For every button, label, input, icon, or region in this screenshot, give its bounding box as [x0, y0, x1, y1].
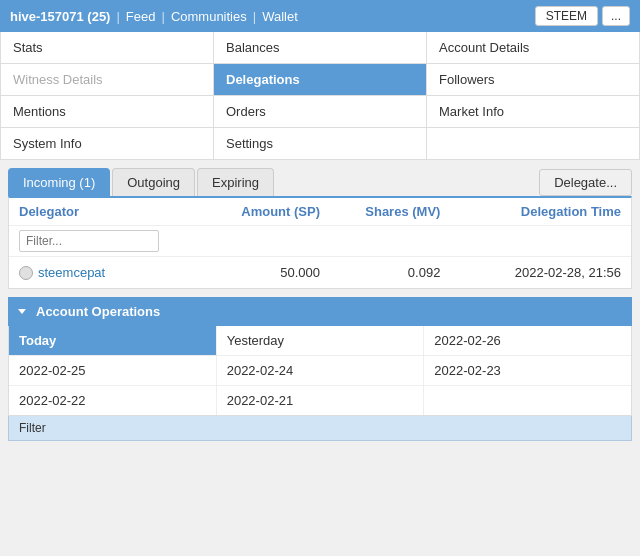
nav-cell-balances[interactable]: Balances: [214, 32, 427, 63]
top-bar: hive-157071 (25) | Feed | Communities | …: [0, 0, 640, 32]
col-header-shares: Shares (MV): [320, 204, 440, 219]
user-icon: [19, 266, 33, 280]
nav-cell-account-details[interactable]: Account Details: [427, 32, 639, 63]
sep1: |: [116, 9, 119, 24]
delegator-filter-input[interactable]: [19, 230, 159, 252]
ops-grid: TodayYesterday2022-02-262022-02-252022-0…: [8, 326, 632, 416]
ops-header: Account Operations: [8, 297, 632, 326]
cell-amount: 50.000: [200, 265, 320, 280]
ops-cell-2022-02-23[interactable]: 2022-02-23: [424, 356, 631, 385]
table-header-row: Delegator Amount (SP) Shares (MV) Delega…: [9, 198, 631, 226]
tabs-row: Incoming (1)OutgoingExpiringDelegate...: [0, 160, 640, 196]
nav-row: StatsBalancesAccount Details: [1, 32, 639, 64]
tab-expiring[interactable]: Expiring: [197, 168, 274, 196]
cell-time: 2022-02-28, 21:56: [440, 265, 621, 280]
delegations-section: Delegator Amount (SP) Shares (MV) Delega…: [8, 196, 632, 289]
ops-row: TodayYesterday2022-02-26: [9, 326, 631, 356]
wallet-link[interactable]: Wallet: [262, 9, 298, 24]
nav-menu: StatsBalancesAccount DetailsWitness Deta…: [0, 32, 640, 160]
tab-incoming--1-[interactable]: Incoming (1): [8, 168, 110, 196]
nav-cell-orders[interactable]: Orders: [214, 96, 427, 127]
cell-delegator[interactable]: steemcepat: [19, 265, 200, 280]
ops-cell-Today[interactable]: Today: [9, 326, 217, 355]
nav-cell-empty: [427, 128, 639, 159]
dots-button[interactable]: ...: [602, 6, 630, 26]
chevron-down-icon: [18, 309, 26, 314]
delegate-button[interactable]: Delegate...: [539, 169, 632, 196]
delegator-name[interactable]: steemcepat: [38, 265, 105, 280]
col-header-time: Delegation Time: [440, 204, 621, 219]
ops-cell-2022-02-26[interactable]: 2022-02-26: [424, 326, 631, 355]
communities-link[interactable]: Communities: [171, 9, 247, 24]
ops-cell-empty: [424, 386, 631, 415]
col-header-amount: Amount (SP): [200, 204, 320, 219]
bottom-bar: Filter: [8, 416, 632, 441]
ops-row: 2022-02-252022-02-242022-02-23: [9, 356, 631, 386]
ops-row: 2022-02-222022-02-21: [9, 386, 631, 415]
ops-cell-2022-02-21[interactable]: 2022-02-21: [217, 386, 425, 415]
nav-row: System InfoSettings: [1, 128, 639, 159]
nav-cell-stats[interactable]: Stats: [1, 32, 214, 63]
sep2: |: [161, 9, 164, 24]
account-title[interactable]: hive-157071 (25): [10, 9, 110, 24]
nav-cell-settings[interactable]: Settings: [214, 128, 427, 159]
nav-cell-witness-details[interactable]: Witness Details: [1, 64, 214, 95]
tab-outgoing[interactable]: Outgoing: [112, 168, 195, 196]
filter-row: [9, 226, 631, 257]
nav-cell-delegations[interactable]: Delegations: [214, 64, 427, 95]
top-bar-right: STEEM ...: [535, 6, 630, 26]
account-operations: Account Operations TodayYesterday2022-02…: [8, 297, 632, 416]
ops-cell-Yesterday[interactable]: Yesterday: [217, 326, 425, 355]
sep3: |: [253, 9, 256, 24]
ops-cell-2022-02-24[interactable]: 2022-02-24: [217, 356, 425, 385]
nav-cell-system-info[interactable]: System Info: [1, 128, 214, 159]
nav-cell-market-info[interactable]: Market Info: [427, 96, 639, 127]
nav-cell-mentions[interactable]: Mentions: [1, 96, 214, 127]
top-bar-left: hive-157071 (25) | Feed | Communities | …: [10, 9, 298, 24]
cell-shares: 0.092: [320, 265, 440, 280]
filter-label: Filter: [19, 421, 46, 435]
nav-row: Witness DetailsDelegationsFollowers: [1, 64, 639, 96]
col-header-delegator: Delegator: [19, 204, 200, 219]
table-row: steemcepat 50.000 0.092 2022-02-28, 21:5…: [9, 257, 631, 288]
ops-cell-2022-02-22[interactable]: 2022-02-22: [9, 386, 217, 415]
feed-link[interactable]: Feed: [126, 9, 156, 24]
ops-cell-2022-02-25[interactable]: 2022-02-25: [9, 356, 217, 385]
ops-header-label: Account Operations: [36, 304, 160, 319]
nav-cell-followers[interactable]: Followers: [427, 64, 639, 95]
steem-button[interactable]: STEEM: [535, 6, 598, 26]
nav-row: MentionsOrdersMarket Info: [1, 96, 639, 128]
